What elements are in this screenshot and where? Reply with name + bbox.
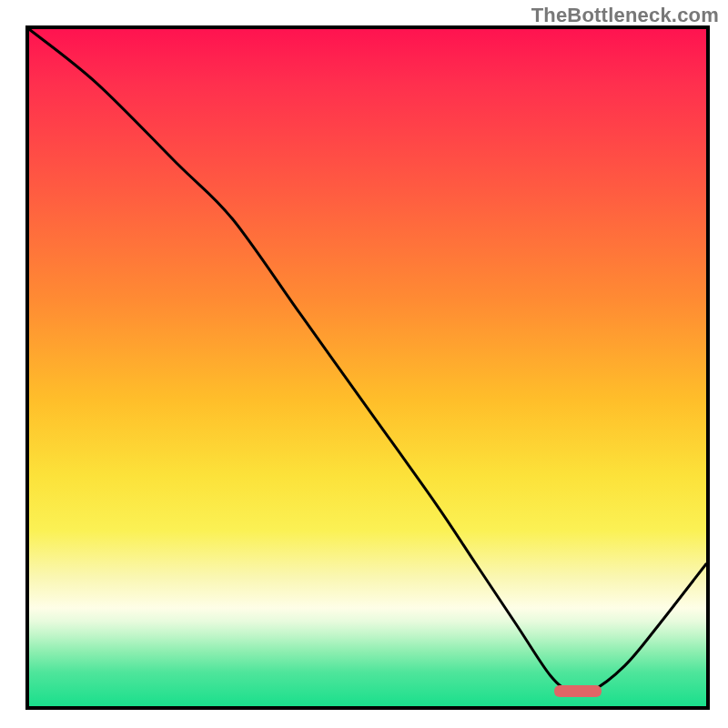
curve-path	[29, 29, 706, 694]
highlight-marker	[554, 685, 602, 697]
curve-svg	[29, 29, 706, 706]
chart-container: TheBottleneck.com	[0, 0, 728, 728]
plot-area	[25, 25, 710, 710]
watermark-text: TheBottleneck.com	[531, 4, 719, 27]
